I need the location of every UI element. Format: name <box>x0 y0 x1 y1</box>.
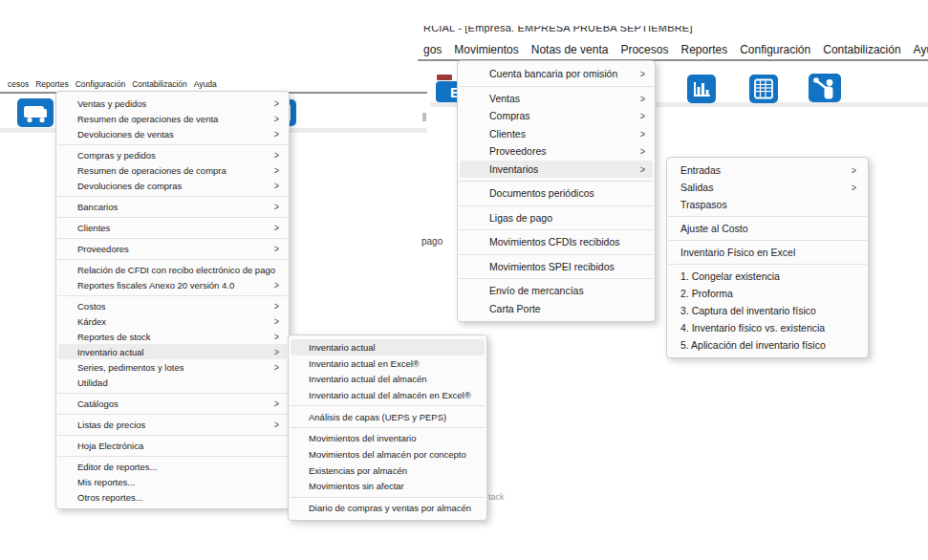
menu-item-analisis-de-capas-ueps-y-peps[interactable]: Análisis de capas (UEPS y PEPS) <box>291 409 485 425</box>
menu-item-diario-de-compras-y-ventas-por-almacen[interactable]: Diario de compras y ventas por almacén <box>291 500 485 516</box>
menu-item-traspasos[interactable]: Traspasos <box>669 196 866 213</box>
submenu-arrow-icon: > <box>274 164 279 177</box>
submenu-arrow-icon: > <box>274 279 279 291</box>
menubar-item-movimientos[interactable]: Movimientos <box>454 43 518 56</box>
menu-item-ventas[interactable]: Ventas> <box>460 90 653 108</box>
menu-item-entradas[interactable]: Entradas> <box>669 162 866 179</box>
menu-separator <box>57 456 288 457</box>
menu-item-ajuste-al-costo[interactable]: Ajuste al Costo <box>669 220 866 237</box>
menu-item-inventario-actual[interactable]: Inventario actual <box>291 339 485 355</box>
menu-item-movimientos-cfdis-recibidos[interactable]: Movimientos CFDIs recibidos <box>460 233 653 251</box>
menu-item-label: Listas de precios <box>77 420 145 430</box>
menu-item-1-congelar-existencia[interactable]: 1. Congelar existencia <box>669 268 866 285</box>
menubar-item-reportes[interactable]: Reportes <box>680 43 727 56</box>
menubar-item-reportes[interactable]: Reportes <box>35 79 69 89</box>
menubar-item-cesos[interactable]: cesos <box>8 79 29 89</box>
menubar-item-contabilizacion[interactable]: Contabilización <box>132 79 187 89</box>
menu-item-movimientos-del-almacen-por-concepto[interactable]: Movimientos del almacén por concepto <box>291 446 485 463</box>
menu-item-inventario-actual-en-excel[interactable]: Inventario actual en Excel® <box>291 355 485 372</box>
movimientos-menu: Cuenta bancaria por omisión>Ventas>Compr… <box>457 60 656 322</box>
submenu-arrow-icon: > <box>274 128 279 140</box>
menu-item-mis-reportes[interactable]: Mis reportes... <box>58 474 287 489</box>
menu-item-label: 3. Captura del inventario físico <box>680 305 816 316</box>
menu-item-label: Resumen de operaciones de compra <box>77 165 227 176</box>
menubar-item-contabilizacion[interactable]: Contabilización <box>823 43 900 56</box>
menu-item-ventas-y-pedidos[interactable]: Ventas y pedidos> <box>58 96 287 111</box>
menu-item-label: Kárdex <box>77 316 106 327</box>
menu-item-compras-y-pedidos[interactable]: Compras y pedidos> <box>58 147 287 162</box>
menu-separator <box>57 435 288 436</box>
menu-separator <box>459 205 654 206</box>
menu-item-kardex[interactable]: Kárdex> <box>58 313 287 329</box>
menu-item-movimientos-del-inventario[interactable]: Movimientos del inventario <box>291 430 485 446</box>
menu-item-hoja-electronica[interactable]: Hoja Electrónica <box>58 438 287 453</box>
menu-item-series-pedimentos-y-lotes[interactable]: Series, pedimentos y lotes> <box>58 359 287 375</box>
menu-item-clientes[interactable]: Clientes> <box>460 125 653 143</box>
menu-item-movimientos-spei-recibidos[interactable]: Movimientos SPEI recibidos <box>460 258 653 276</box>
menu-item-salidas[interactable]: Salidas> <box>669 179 866 196</box>
menubar-item-procesos[interactable]: Procesos <box>620 43 668 56</box>
menu-item-resumen-de-operaciones-de-venta[interactable]: Resumen de operaciones de venta> <box>58 111 287 126</box>
submenu-arrow-icon: > <box>274 222 279 234</box>
menu-item-inventario-actual-del-almacen-en-excel[interactable]: Inventario actual del almacén en Excel® <box>291 387 485 403</box>
presenter-icon[interactable] <box>809 74 841 102</box>
menu-separator <box>290 405 486 406</box>
menu-item-reportes-de-stock[interactable]: Reportes de stock> <box>58 329 287 344</box>
menubar-item-configuracion[interactable]: Configuración <box>76 79 125 89</box>
menu-item-inventarios[interactable]: Inventarios> <box>460 161 653 179</box>
menu-item-4-inventario-fisico-vs-existencia[interactable]: 4. Inventario físico vs. existencia <box>669 319 866 336</box>
menu-item-utilidad[interactable]: Utilidad <box>58 375 287 390</box>
menu-item-2-proforma[interactable]: 2. Proforma <box>669 285 866 302</box>
menu-item-carta-porte[interactable]: Carta Porte <box>460 300 653 318</box>
menu-item-inventario-actual-del-almacen[interactable]: Inventario actual del almacén <box>291 371 485 387</box>
menu-item-inventario-actual[interactable]: Inventario actual> <box>58 344 287 359</box>
menu-item-listas-de-precios[interactable]: Listas de precios> <box>58 417 287 432</box>
window-title: RCIAL - [Empresa. EMPRESA PRUEBA SEPTIEM… <box>423 26 693 35</box>
menu-item-label: Existencias por almacén <box>309 465 407 476</box>
menu-item-label: Inventario actual del almacén en Excel® <box>309 390 471 400</box>
menu-item-compras[interactable]: Compras> <box>460 107 653 125</box>
menu-item-label: Inventario Físico en Excel <box>680 247 795 258</box>
menubar-item-notas-de-venta[interactable]: Notas de venta <box>531 43 609 56</box>
menu-item-relacion-de-cfdi-con-recibo-electronico-de-pago[interactable]: Relación de CFDI con recibo electrónico … <box>58 262 287 277</box>
menu-item-bancarios[interactable]: Bancarios> <box>58 199 287 214</box>
menu-item-movimientos-sin-afectar[interactable]: Movimientos sin afectar <box>291 479 485 495</box>
menu-item-otros-reportes[interactable]: Otros reportes... <box>58 489 287 505</box>
menu-item-devoluciones-de-compras[interactable]: Devoluciones de compras> <box>58 178 287 193</box>
menu-item-cuenta-bancaria-por-omision[interactable]: Cuenta bancaria por omisión> <box>460 65 653 83</box>
menu-item-existencias-por-almacen[interactable]: Existencias por almacén <box>291 463 485 479</box>
background-text-tack: tack <box>488 492 505 502</box>
menu-item-envio-de-mercancias[interactable]: Envío de mercancías <box>460 282 653 300</box>
menu-item-ligas-de-pago[interactable]: Ligas de pago <box>460 209 653 227</box>
bar-chart-icon[interactable] <box>687 75 716 103</box>
spreadsheet-icon[interactable] <box>749 75 778 103</box>
truck-icon[interactable] <box>17 98 54 127</box>
menu-item-reportes-fiscales-anexo-20-version-4-0[interactable]: Reportes fiscales Anexo 20 versión 4.0> <box>58 277 287 292</box>
window-title-text: RCIAL - [Empresa. EMPRESA PRUEBA SEPTIEM… <box>423 26 693 33</box>
menu-separator <box>668 240 867 241</box>
menubar-item-gos[interactable]: gos <box>423 43 442 56</box>
menubar-item-ayuda[interactable]: Ayuda <box>194 79 217 89</box>
menu-item-5-aplicacion-del-inventario-fisico[interactable]: 5. Aplicación del inventario físico <box>669 336 866 354</box>
menu-item-editor-de-reportes[interactable]: Editor de reportes... <box>58 459 287 474</box>
menu-item-label: Cuenta bancaria por omisión <box>489 68 617 79</box>
menu-item-devoluciones-de-ventas[interactable]: Devoluciones de ventas> <box>58 126 287 141</box>
menu-item-documentos-periodicos[interactable]: Documentos periódicos <box>460 184 653 203</box>
menu-item-3-captura-del-inventario-fisico[interactable]: 3. Captura del inventario físico <box>669 302 866 319</box>
menu-item-clientes[interactable]: Clientes> <box>58 220 287 235</box>
menu-item-label: Movimientos SPEI recibidos <box>489 261 615 272</box>
menu-item-resumen-de-operaciones-de-compra[interactable]: Resumen de operaciones de compra> <box>58 162 287 178</box>
menubar-item-configuracion[interactable]: Configuración <box>740 43 810 56</box>
menu-item-label: Catálogos <box>77 398 119 409</box>
menu-item-inventario-fisico-en-excel[interactable]: Inventario Físico en Excel <box>669 244 866 261</box>
menu-separator <box>290 427 486 428</box>
menu-item-proveedores[interactable]: Proveedores> <box>58 241 287 256</box>
menu-item-proveedores[interactable]: Proveedores> <box>460 142 653 161</box>
menu-item-label: Series, pedimentos y lotes <box>77 362 183 373</box>
menu-item-catalogos[interactable]: Catálogos> <box>58 396 287 411</box>
menu-item-label: Devoluciones de compras <box>77 181 182 191</box>
menubar-item-ayuda[interactable]: Ayuda <box>914 43 928 56</box>
menu-item-costos[interactable]: Costos> <box>58 298 287 313</box>
submenu-arrow-icon: > <box>274 361 279 374</box>
menu-item-label: Utilidad <box>77 377 108 388</box>
